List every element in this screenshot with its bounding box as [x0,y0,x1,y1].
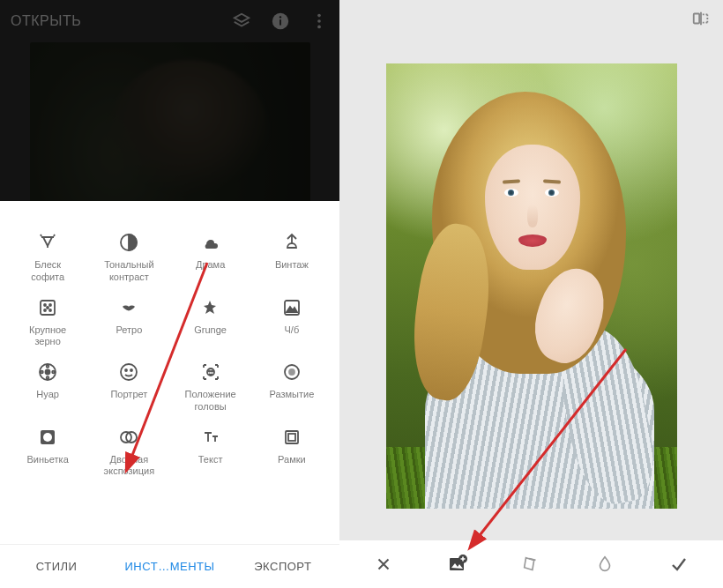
double-exposure-icon [117,426,140,449]
svg-point-16 [47,365,49,368]
svg-point-27 [289,369,294,375]
apply-button[interactable] [660,554,698,575]
editor-header-dimmed: ОТКРЫТЬ [0,0,339,201]
grunge-icon [199,296,222,319]
svg-point-15 [46,370,50,375]
close-button[interactable] [364,555,403,574]
tool-item[interactable]: коррекция [198,201,245,213]
retrolux-icon [117,296,140,319]
tool-label: Виньетка [27,454,69,466]
drama-icon [199,231,222,254]
svg-point-29 [43,433,52,442]
canvas[interactable] [339,41,723,540]
tool-tonal-contrast[interactable]: Тональный контраст [88,231,169,284]
tool-lens-blur[interactable]: Размытие [251,361,332,413]
svg-point-21 [125,369,127,371]
tool-label: Нуар [36,389,59,401]
tool-label: Размытие [269,389,314,401]
svg-point-19 [52,371,55,374]
tonal-contrast-icon [117,231,140,254]
svg-point-22 [130,369,132,371]
tool-label: Текст [198,454,223,466]
blur-icon [280,361,303,383]
svg-rect-33 [288,434,295,441]
svg-point-8 [44,304,46,306]
tool-portrait[interactable]: Портрет [88,361,169,413]
svg-point-11 [49,309,51,311]
tool-label: Ч/б [285,324,300,337]
tab-styles[interactable]: СТИЛИ [0,545,113,588]
frames-icon [280,426,303,449]
tool-text[interactable]: Текст [170,426,251,479]
bottom-tabs: СТИЛИ ИНСТ…МЕНТЫ ЭКСПОРТ [0,544,339,588]
tool-label: Рамки [278,454,306,466]
svg-point-10 [44,309,46,311]
compare-icon[interactable] [691,9,711,32]
tool-glamour-glow[interactable]: Блеск софита [7,231,88,284]
tool-label: Крупное зерно [29,324,66,349]
svg-point-20 [121,364,137,380]
left-panel: ОТКРЫТЬ [0,0,339,588]
text-icon [199,426,222,449]
tool-noir[interactable]: Нуар [7,361,88,413]
svg-point-9 [49,304,51,306]
tool-label: Драма [196,259,225,272]
svg-point-25 [211,370,212,371]
tool-grunge[interactable]: Grunge [170,296,251,349]
tool-vignette[interactable]: Виньетка [7,426,88,479]
bw-icon [280,296,303,319]
tab-export[interactable]: ЭКСПОРТ [227,545,339,588]
tool-label: Ретро [116,324,142,337]
svg-point-17 [47,376,49,379]
grainy-film-icon [36,296,59,319]
tool-grainy-film[interactable]: Крупное зерно [7,296,88,349]
tool-label: Положе­ние головы [185,389,236,413]
tool-black-white[interactable]: Ч/б [251,296,332,349]
tools-grid: Блеск софита Тональный контраст Драма [0,219,339,485]
tool-label: Портрет [110,389,147,401]
tools-panel[interactable]: коррекция коррекция Блеск софита [0,201,339,544]
tab-tools[interactable]: ИНСТ…МЕНТЫ [113,545,226,588]
svg-point-12 [47,307,48,309]
photo [386,63,677,509]
right-top-bar [339,0,723,41]
noir-icon [36,361,59,383]
tool-item[interactable]: коррекция [36,201,83,213]
right-panel [339,0,723,588]
blend-styles-button[interactable] [511,555,550,574]
head-pose-icon [199,361,222,383]
tool-label: Grunge [194,324,227,337]
vignette-icon [36,426,59,449]
tool-retrolux[interactable]: Ретро [88,296,169,349]
tool-vintage[interactable]: Винтаж [251,231,332,284]
vintage-icon [280,231,303,254]
tools-row-partial: коррекция коррекция [0,201,339,219]
portrait-icon [117,361,140,383]
tool-frames[interactable]: Рамки [251,426,332,479]
svg-point-24 [208,370,209,371]
tool-label: Двойная экспозиция [104,454,155,479]
dim-overlay [0,0,339,201]
tool-double-exposure[interactable]: Двойная экспозиция [88,426,169,479]
svg-rect-35 [694,14,699,24]
double-exposure-toolbar [339,540,723,588]
svg-point-18 [41,371,43,374]
tool-label: Блеск софита [31,259,64,284]
tool-drama[interactable]: Драма [170,231,251,284]
tool-head-pose[interactable]: Положе­ние головы [170,361,251,413]
tool-label: Тональный контраст [104,259,153,284]
glamour-icon [36,231,59,254]
opacity-button[interactable] [585,555,624,574]
add-image-button[interactable] [438,554,477,575]
tool-label: Винтаж [275,259,309,272]
